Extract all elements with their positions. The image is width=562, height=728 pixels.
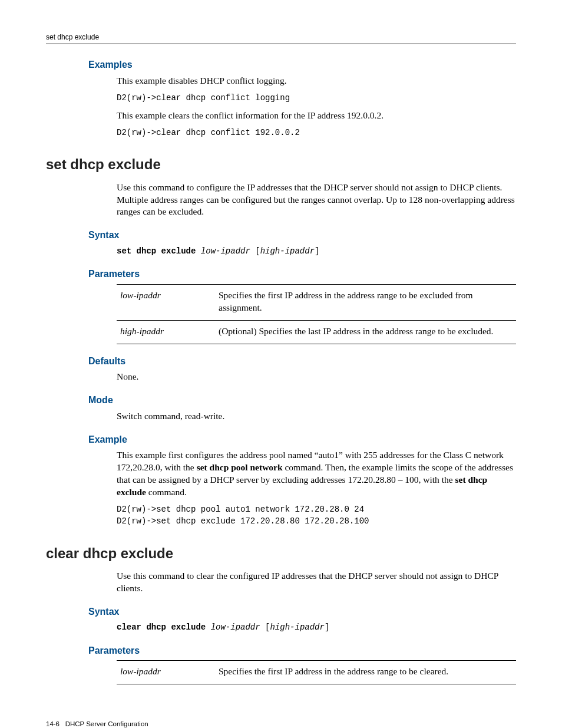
syntax-line: clear dhcp exclude low-ipaddr [high-ipad… [117, 621, 516, 633]
paragraph: Switch command, read-write. [117, 410, 516, 423]
syntax-arg: low-ipaddr [201, 246, 250, 256]
heading-example: Example [88, 433, 516, 446]
syntax-command: set dhcp exclude [117, 246, 196, 256]
footer-title: DHCP Server Configuration [65, 720, 148, 727]
page-footer: 14-6 DHCP Server Configuration [46, 720, 516, 728]
heading-parameters: Parameters [88, 268, 516, 281]
param-desc: (Optional) Specifies the last IP address… [215, 320, 516, 344]
syntax-bracket: ] [315, 246, 319, 256]
syntax-arg: low-ipaddr [211, 622, 260, 632]
paragraph: Use this command to configure the IP add… [117, 182, 516, 219]
footer-page-number: 14-6 [46, 720, 59, 727]
param-name: low-ipaddr [117, 284, 215, 320]
syntax-bracket: [ [255, 246, 260, 256]
heading-syntax: Syntax [88, 605, 516, 618]
param-name: low-ipaddr [117, 661, 215, 684]
section-title-clear-dhcp-exclude: clear dhcp exclude [46, 544, 516, 563]
page: set dhcp exclude Examples This example d… [0, 0, 562, 728]
paragraph: This example clears the conflict informa… [117, 110, 516, 122]
code-block: D2(rw)->clear dhcp conflict logging [117, 92, 516, 104]
text-run: command. [146, 487, 187, 497]
param-desc: Specifies the first IP address in the ad… [215, 284, 516, 320]
syntax-bracket: ] [325, 622, 329, 632]
syntax-line: set dhcp exclude low-ipaddr [high-ipaddr… [117, 245, 516, 257]
heading-defaults: Defaults [88, 355, 516, 368]
parameters-table: low-ipaddr Specifies the first IP addres… [117, 284, 516, 344]
paragraph: This example disables DHCP conflict logg… [117, 75, 516, 87]
heading-syntax: Syntax [88, 229, 516, 242]
code-block: D2(rw)->set dhcp pool auto1 network 172.… [117, 503, 516, 528]
heading-examples: Examples [88, 58, 516, 71]
param-name: high-ipaddr [117, 320, 215, 344]
table-row: high-ipaddr (Optional) Specifies the las… [117, 320, 516, 344]
parameters-table: low-ipaddr Specifies the first IP addres… [117, 660, 516, 684]
syntax-command: clear dhcp exclude [117, 622, 206, 632]
text-bold: set dhcp pool network [197, 462, 283, 472]
table-row: low-ipaddr Specifies the first IP addres… [117, 284, 516, 320]
syntax-arg: high-ipaddr [270, 622, 324, 632]
paragraph: Use this command to clear the configured… [117, 570, 516, 595]
param-desc: Specifies the first IP address in the ad… [215, 661, 516, 684]
heading-parameters: Parameters [88, 644, 516, 657]
running-header: set dhcp exclude [46, 32, 516, 44]
section-title-set-dhcp-exclude: set dhcp exclude [46, 155, 516, 174]
code-block: D2(rw)->clear dhcp conflict 192.0.0.2 [117, 127, 516, 139]
heading-mode: Mode [88, 394, 516, 407]
syntax-arg: high-ipaddr [260, 246, 315, 256]
table-row: low-ipaddr Specifies the first IP addres… [117, 661, 516, 684]
paragraph: This example first configures the addres… [117, 449, 516, 499]
paragraph: None. [117, 371, 516, 383]
